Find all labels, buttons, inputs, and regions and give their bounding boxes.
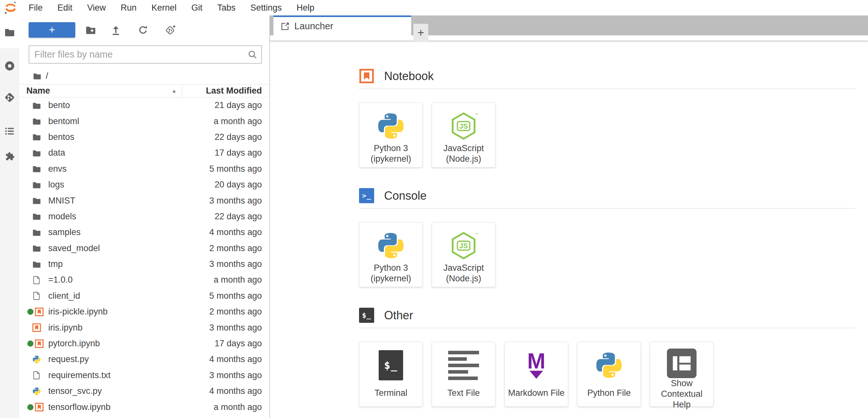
console-icon: >_ [359,188,374,203]
menu-settings[interactable]: Settings [243,0,289,15]
file-modified: a month ago [214,117,270,126]
file-icon-cell [27,276,45,285]
launcher-card-python-3-ipykernel[interactable]: Python 3 (ipykernel) [359,103,423,167]
folder-icon [32,164,41,173]
file-row[interactable]: tensor_svc.py4 months ago [19,383,270,399]
menu-kernel[interactable]: Kernel [144,0,184,15]
file-row[interactable]: MNIST3 months ago [19,193,270,208]
file-row[interactable]: iris.ipynb3 months ago [19,320,270,335]
menu-git[interactable]: Git [184,0,210,15]
file-name: envs [48,164,209,174]
file-row[interactable]: iris-pickle.ipynb2 months ago [19,304,270,320]
filter-files-input[interactable] [29,46,261,63]
file-row[interactable]: samples4 months ago [19,224,270,240]
file-row[interactable]: envs5 months ago [19,161,270,177]
launcher-section-notebook: NotebookPython 3 (ipykernel)JS™JavaScrip… [359,68,855,167]
file-row[interactable]: models22 days ago [19,209,270,224]
file-row[interactable]: request.py4 months ago [19,351,270,367]
launcher-card-javascript-node-js[interactable]: JS™JavaScript (Node.js) [432,103,495,167]
file-row[interactable]: bentos22 days ago [19,129,270,145]
refresh-button[interactable] [138,25,149,35]
sidebar-tab-running-sessions-icon[interactable] [4,60,15,71]
file-modified: a month ago [214,402,270,412]
launcher-card-label: Python 3 (ipykernel) [360,143,422,167]
section-title: Other [384,309,413,322]
file-row[interactable]: bentomla month ago [19,113,270,129]
launcher-icon [281,22,289,31]
section-title: Notebook [384,69,434,83]
file-row[interactable]: =1.0.0a month ago [19,272,270,288]
new-launcher-button[interactable]: + [29,22,75,38]
launcher-card-show-contextual-help[interactable]: Show Contextual Help [650,342,714,407]
folder-icon [32,181,41,189]
file-icon-cell [27,260,45,269]
sidebar-tab-git-icon[interactable] [4,92,15,103]
file-name: saved_model [48,244,209,253]
notebook-icon [35,308,44,316]
search-icon [247,50,257,60]
sidebar-tab-extension-manager-icon[interactable] [4,151,15,162]
file-icon-cell [27,323,45,332]
git-clone-button[interactable] [165,25,176,35]
file-name: iris-pickle.ipynb [48,307,209,317]
column-header-last-modified[interactable]: Last Modified [182,85,270,97]
main-area: Launcher + NotebookPython 3 (ipykernel)J… [270,15,868,418]
file-name: models [48,212,215,222]
home-folder-icon[interactable] [33,72,41,81]
launcher-card-python-3-ipykernel[interactable]: Python 3 (ipykernel) [359,222,423,287]
menu-edit[interactable]: Edit [50,0,80,15]
python-icon [376,109,406,143]
new-folder-button[interactable] [85,25,96,35]
file-row[interactable]: tensorflow.ipynba month ago [19,399,270,415]
file-icon-cell [27,403,45,412]
launcher-card-python-file[interactable]: Python File [577,342,641,407]
file-row[interactable]: bento21 days ago [19,97,270,113]
file-icon [32,276,41,285]
file-row[interactable]: requirements.txt3 months ago [19,367,270,383]
menu-file[interactable]: File [21,0,50,15]
new-tab-button[interactable]: + [413,24,428,42]
file-icon-cell [27,117,45,126]
menu-run[interactable]: Run [113,0,144,15]
column-header-name[interactable]: Name ▲ [19,85,182,97]
sidebar-tab-table-of-contents-icon[interactable] [4,126,15,137]
file-name: requirements.txt [48,371,209,380]
svg-text:JS: JS [459,122,468,130]
file-name: client_id [48,291,209,301]
sidebar-tab-file-browser-icon[interactable] [4,27,15,38]
folder-icon [32,196,41,205]
file-row[interactable]: data17 days ago [19,145,270,161]
launcher-card-text-file[interactable]: Text File [432,342,495,407]
menu: FileEditViewRunKernelGitTabsSettingsHelp [21,0,322,15]
terminal-glyph: $_ [359,308,374,323]
launcher-card-javascript-node-js[interactable]: JS™JavaScript (Node.js) [432,222,495,287]
menu-view[interactable]: View [80,0,113,15]
file-name: bentoml [48,117,214,126]
launcher-card-terminal[interactable]: $_Terminal [359,342,423,407]
notebook-icon [35,339,44,348]
panel-divider [270,35,868,40]
menu-tabs[interactable]: Tabs [210,0,243,15]
file-name: iris.ipynb [48,323,209,333]
file-icon [32,371,41,380]
menu-help[interactable]: Help [289,0,322,15]
file-name: pytorch.ipynb [48,339,215,349]
file-row[interactable]: logs20 days ago [19,177,270,193]
launcher: NotebookPython 3 (ipykernel)JS™JavaScrip… [270,40,868,418]
launcher-card-label: Show Contextual Help [651,378,712,413]
tab-launcher[interactable]: Launcher [274,15,411,35]
file-icon-cell [27,181,45,189]
file-modified: 2 months ago [209,307,270,317]
file-row[interactable]: saved_model2 months ago [19,240,270,256]
file-row[interactable]: client_id5 months ago [19,288,270,304]
upload-button[interactable] [110,25,121,35]
folder-icon [32,244,41,253]
svg-text:™: ™ [475,232,478,236]
file-modified: 22 days ago [215,132,270,142]
launcher-card-markdown-file[interactable]: MMarkdown File [504,342,568,407]
jupyter-logo-icon [4,1,18,15]
file-row[interactable]: pytorch.ipynb17 days ago [19,336,270,351]
file-row[interactable]: tmp3 months ago [19,256,270,272]
section-divider [359,89,855,89]
folder-icon [32,228,41,237]
